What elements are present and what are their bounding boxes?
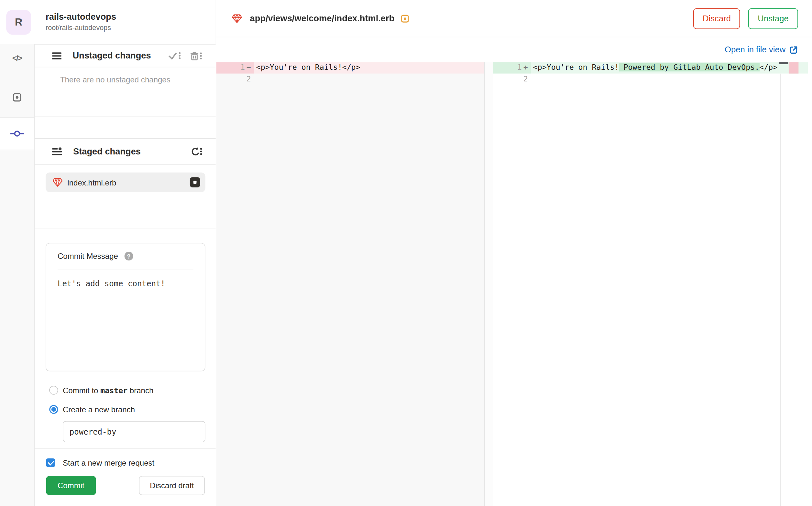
unstaged-empty-message: There are no unstaged changes xyxy=(60,75,171,84)
merge-request-option: Start a new merge request xyxy=(46,457,210,468)
edit-code-icon[interactable]: </> xyxy=(0,53,34,62)
create-branch-option: Create a new branch xyxy=(49,403,209,415)
project-path: root/rails-autodevops xyxy=(46,23,116,33)
added-line: 1+ <p>You're on Rails! Powered by GitLab… xyxy=(493,62,808,73)
discard-file-button[interactable]: Discard xyxy=(693,8,740,29)
file-view-link-row: Open in file view xyxy=(216,37,812,62)
project-header: R rails-autodevops root/rails-autodevops xyxy=(0,0,216,44)
create-branch-label: Create a new branch xyxy=(63,405,135,414)
section-divider xyxy=(35,117,215,117)
staged-file-name: index.html.erb xyxy=(67,178,116,187)
empty-line: 2 xyxy=(493,73,808,84)
merge-request-label: Start a new merge request xyxy=(63,458,154,467)
line-number: 2 xyxy=(493,73,531,84)
empty-line: 2 xyxy=(216,73,484,84)
overview-deletion-mark xyxy=(789,62,798,73)
file-changed-icon xyxy=(401,14,409,23)
ruby-file-icon xyxy=(231,14,242,23)
commit-message-input[interactable]: Let's add some content! xyxy=(46,269,205,298)
commit-icon xyxy=(10,130,24,138)
project-title: rails-autodevops xyxy=(46,11,116,23)
project-meta: rails-autodevops root/rails-autodevops xyxy=(46,11,116,33)
scrollbar-handle[interactable] xyxy=(779,62,788,64)
commit-to-master-label: Commit to master branch xyxy=(63,386,153,394)
removed-line: 1− <p>You're on Rails!</p> xyxy=(216,62,484,73)
staged-section-title: Staged changes xyxy=(73,146,141,157)
left-body: </> xyxy=(0,44,216,506)
side-by-side-diff: 1− <p>You're on Rails!</p> 2 1+ <p>You'r… xyxy=(216,62,812,506)
editor-ruler xyxy=(780,73,781,506)
create-branch-radio[interactable] xyxy=(49,405,58,414)
external-link-icon xyxy=(789,45,798,54)
original-overview-ruler xyxy=(484,62,493,506)
ruby-file-icon xyxy=(52,178,63,187)
staged-modified-badge xyxy=(190,177,200,187)
unstage-all-icon[interactable] xyxy=(189,147,202,156)
commit-to-master-radio[interactable] xyxy=(49,386,58,394)
master-branch-name: master xyxy=(100,386,128,395)
diff-original-pane: 1− <p>You're on Rails!</p> 2 xyxy=(216,62,493,506)
staged-section-header[interactable]: Staged changes xyxy=(35,138,215,165)
commit-message-card: Commit Message ? Let's add some content! xyxy=(46,243,205,371)
added-line-code: <p>You're on Rails! Powered by GitLab Au… xyxy=(531,62,808,73)
diff-file-header: app/views/welcome/index.html.erb Discard… xyxy=(216,0,812,37)
open-in-file-view-link[interactable]: Open in file view xyxy=(725,45,798,54)
merge-request-checkbox[interactable] xyxy=(46,458,55,467)
diff-file-path: app/views/welcome/index.html.erb xyxy=(250,13,395,23)
removed-line-gutter: 1− xyxy=(216,62,254,73)
discard-draft-button[interactable]: Discard draft xyxy=(139,476,205,495)
unstage-file-button[interactable]: Unstage xyxy=(749,8,798,29)
discard-all-icon[interactable] xyxy=(189,51,202,61)
line-number: 2 xyxy=(216,73,254,84)
new-branch-name-input[interactable] xyxy=(63,421,205,442)
diff-modified-pane: 1+ <p>You're on Rails! Powered by GitLab… xyxy=(493,62,812,506)
section-divider xyxy=(35,228,215,229)
commit-tab-active[interactable] xyxy=(0,117,34,150)
stage-all-icon[interactable] xyxy=(168,52,181,60)
left-column: R rails-autodevops root/rails-autodevops… xyxy=(0,0,216,506)
staged-list-icon xyxy=(52,147,62,156)
added-line-gutter: 1+ xyxy=(493,62,531,73)
commit-button[interactable]: Commit xyxy=(46,476,96,495)
inserted-text-highlight: Powered by GitLab Auto DevOps. xyxy=(619,63,760,72)
review-icon[interactable] xyxy=(12,92,22,104)
unstaged-section-header[interactable]: Unstaged changes xyxy=(35,44,215,67)
unstaged-section-title: Unstaged changes xyxy=(72,51,151,61)
staged-file-row[interactable]: index.html.erb xyxy=(46,173,205,192)
activity-rail: </> xyxy=(0,44,35,506)
project-avatar: R xyxy=(6,10,31,34)
commit-actions: Commit Discard draft xyxy=(46,476,205,495)
web-ide-window: R rails-autodevops root/rails-autodevops… xyxy=(0,0,812,506)
commit-message-label: Commit Message xyxy=(58,252,118,260)
commit-panel: Unstaged changes xyxy=(35,44,215,506)
unstaged-list-icon xyxy=(52,52,61,60)
commit-to-master-option: Commit to master branch xyxy=(49,384,209,396)
diff-area: app/views/welcome/index.html.erb Discard… xyxy=(216,0,812,506)
help-icon[interactable]: ? xyxy=(124,252,133,260)
removed-line-code: <p>You're on Rails!</p> xyxy=(254,62,484,73)
form-divider xyxy=(35,448,215,449)
